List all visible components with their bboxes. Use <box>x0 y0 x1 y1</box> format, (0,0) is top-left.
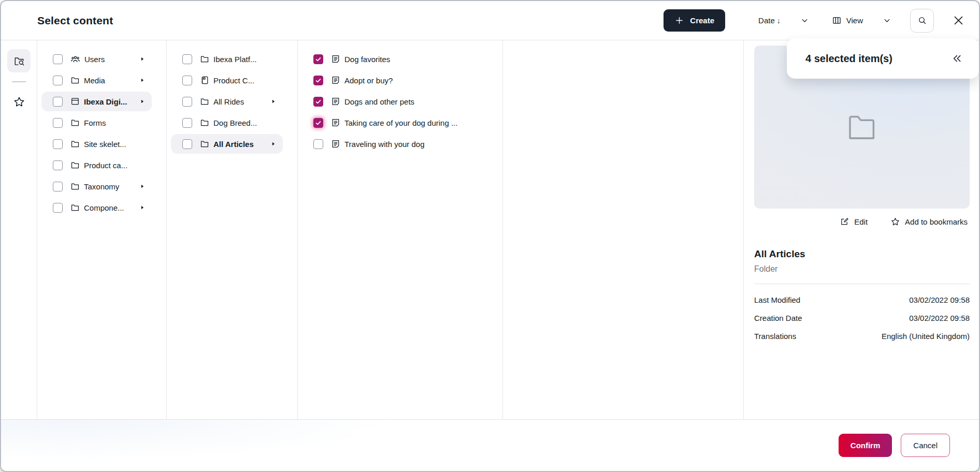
metadata-value: 03/02/2022 09:58 <box>909 296 970 304</box>
add-to-bookmarks-button[interactable]: Add to bookmarks <box>890 217 968 227</box>
checkbox[interactable] <box>182 97 192 107</box>
item-label: Site skelet... <box>84 140 126 149</box>
checkbox[interactable] <box>313 97 323 107</box>
view-label: View <box>846 16 863 25</box>
folder-icon <box>200 97 209 106</box>
folder-icon <box>70 160 80 170</box>
list-item[interactable]: Adopt or buy? <box>302 70 488 90</box>
article-icon <box>331 139 340 149</box>
checkbox[interactable] <box>53 182 63 191</box>
expand-arrow-icon[interactable] <box>270 98 277 105</box>
bookmarks-tab[interactable] <box>7 90 31 113</box>
list-item[interactable]: All Articles <box>171 134 283 154</box>
create-button-label: Create <box>690 16 714 25</box>
metadata-row: Creation Date03/02/2022 09:58 <box>754 309 970 327</box>
create-button[interactable]: Create <box>664 9 725 32</box>
checkbox[interactable] <box>53 118 63 128</box>
list-item[interactable]: Taxonomy <box>41 176 152 196</box>
list-item[interactable]: Product ca... <box>41 155 152 175</box>
expand-arrow-icon[interactable] <box>139 77 146 83</box>
metadata-label: Last Modified <box>754 296 800 304</box>
site-icon <box>70 97 80 106</box>
list-item[interactable]: Users <box>41 49 152 69</box>
content-column-2: Ibexa Platf...Product C...All RidesDog B… <box>167 40 298 419</box>
checkbox[interactable] <box>182 118 192 128</box>
checkbox[interactable] <box>313 54 323 64</box>
checkbox[interactable] <box>53 160 63 170</box>
article-icon <box>331 97 340 106</box>
modal-header: Select content Create Date ↓ View <box>1 1 979 40</box>
item-label: Taking care of your dog during ... <box>344 119 457 127</box>
checkbox[interactable] <box>182 54 192 64</box>
checkbox[interactable] <box>313 76 323 85</box>
item-label: Taxonomy <box>84 182 119 191</box>
expand-arrow-icon[interactable] <box>139 183 146 189</box>
item-label: Dog favorites <box>344 55 390 64</box>
list-item[interactable]: Site skelet... <box>41 134 152 154</box>
list-item[interactable]: All Rides <box>171 92 283 111</box>
list-item[interactable]: Ibexa Platf... <box>171 49 283 69</box>
checkbox[interactable] <box>53 97 63 107</box>
item-label: Users <box>84 55 105 64</box>
folder-icon <box>70 139 80 149</box>
folder-icon <box>200 139 209 149</box>
confirm-button[interactable]: Confirm <box>839 434 892 457</box>
checkbox[interactable] <box>53 54 63 64</box>
panel-actions: Edit Add to bookmarks <box>754 217 970 227</box>
checkbox[interactable] <box>53 76 63 85</box>
checkbox[interactable] <box>182 139 192 149</box>
item-label: Product C... <box>213 76 254 85</box>
item-label: Media <box>84 76 105 85</box>
browse-tab[interactable] <box>7 49 31 72</box>
star-icon <box>13 96 25 108</box>
article-icon <box>331 118 340 127</box>
expand-arrow-icon[interactable] <box>139 56 146 62</box>
folder-icon <box>200 118 209 127</box>
close-button[interactable] <box>952 13 965 27</box>
list-item[interactable]: Ibexa Digi... <box>41 92 152 111</box>
checkbox[interactable] <box>53 139 63 149</box>
cancel-button[interactable]: Cancel <box>901 434 950 457</box>
list-item[interactable]: Forms <box>41 113 152 132</box>
search-button[interactable] <box>910 9 934 33</box>
star-icon <box>890 217 900 227</box>
checkbox[interactable] <box>182 76 192 85</box>
article-icon <box>331 54 340 64</box>
item-label: Dog Breed... <box>213 119 257 127</box>
expand-arrow-icon[interactable] <box>139 98 146 105</box>
item-label: Traveling with your dog <box>344 140 425 149</box>
chevron-down-icon[interactable] <box>800 16 809 25</box>
sort-direction-icon: ↓ <box>777 17 781 25</box>
edit-button[interactable]: Edit <box>840 217 868 227</box>
content-column-1: UsersMediaIbexa Digi...FormsSite skelet.… <box>37 40 167 419</box>
checkbox[interactable] <box>313 118 323 128</box>
list-item[interactable]: Product C... <box>171 70 283 90</box>
list-item[interactable]: Dogs and other pets <box>302 92 488 111</box>
modal-body: UsersMediaIbexa Digi...FormsSite skelet.… <box>1 40 979 419</box>
item-label: Compone... <box>84 203 124 212</box>
catalog-icon <box>200 76 209 85</box>
details-panel: 4 selected item(s) Edit <box>744 40 979 419</box>
view-control[interactable]: View <box>832 16 863 25</box>
chevron-down-icon[interactable] <box>883 16 891 25</box>
users-icon <box>70 54 80 64</box>
folder-icon <box>200 54 209 64</box>
metadata-label: Creation Date <box>754 314 802 322</box>
checkbox[interactable] <box>53 203 63 213</box>
folder-icon <box>70 182 80 191</box>
list-item[interactable]: Dog Breed... <box>171 113 283 132</box>
folder-icon <box>70 76 80 85</box>
selected-count-label: 4 selected item(s) <box>805 53 892 65</box>
checkbox[interactable] <box>313 139 323 149</box>
list-item[interactable]: Taking care of your dog during ... <box>302 113 488 132</box>
expand-arrow-icon[interactable] <box>270 141 277 147</box>
list-item[interactable]: Dog favorites <box>302 49 488 69</box>
list-item[interactable]: Traveling with your dog <box>302 134 488 154</box>
collapse-panel-icon[interactable] <box>950 52 963 65</box>
sort-control[interactable]: Date ↓ <box>758 16 781 25</box>
expand-arrow-icon[interactable] <box>139 204 146 211</box>
list-item[interactable]: Compone... <box>41 198 152 217</box>
item-metadata: Last Modified03/02/2022 09:58Creation Da… <box>754 291 970 345</box>
list-item[interactable]: Media <box>41 70 152 90</box>
view-columns-icon <box>832 16 842 25</box>
